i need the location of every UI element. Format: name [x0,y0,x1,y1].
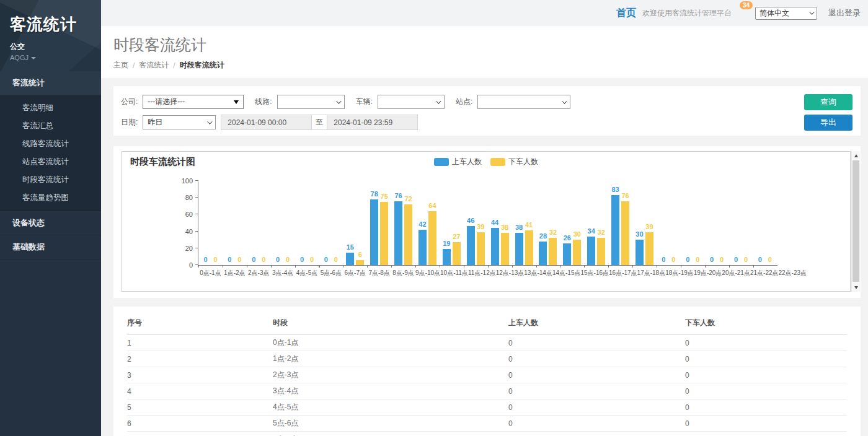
app-window: 客流统计 公交 AQGJ 客流统计客流明细客流汇总线路客流统计站点客流统计时段客… [0,0,868,436]
chart-panel: 时段车流统计图 上车人数下车人数 020406080100 0000000000… [113,146,861,298]
company-code-dropdown[interactable]: AQGJ [10,54,101,61]
bar-value-label: 0 [734,256,738,263]
bar-column: 28 [539,233,547,265]
table-cell: 6点-7点 [273,432,508,436]
table-row: 65点-6点00 [127,416,847,432]
vertical-scrollbar[interactable] [851,151,860,292]
bar-column: 64 [428,203,436,265]
bar-group-20点-21点: 00 [681,256,705,265]
table-cell: 0 [685,367,847,383]
bar-上车人数 [418,230,427,265]
bar-value-label: 78 [371,191,378,198]
bar-column: 76 [621,193,629,265]
main-area: 首页 欢迎使用客流统计管理平台 34 简体中文 退出登录 时段客流统计 主页 /… [101,0,868,436]
bar-value-label: 0 [203,256,207,263]
table-cell: 0 [508,383,685,399]
app-logo-title: 客流统计 [10,14,101,35]
breadcrumb: 主页 / 客流统计 / 时段客流统计 [113,60,868,71]
bar-上车人数 [563,243,571,265]
company-label: 公司: [121,97,138,107]
filter-panel: 公司: ---请选择--- 线路: 车辆: 站点: [113,86,861,136]
language-value: 简体中文 [760,8,789,19]
table-cell: 0 [685,383,847,399]
legend-item-上车人数[interactable]: 上车人数 [434,157,482,167]
bar-value-label: 0 [710,256,714,263]
bar-group-7点-8点: 7875 [367,191,391,265]
breadcrumb-home[interactable]: 主页 [113,60,128,71]
bar-column: 0 [732,256,740,265]
company-select[interactable]: ---请选择--- [143,95,244,109]
submenu-item-站点客流统计[interactable]: 站点客流统计 [0,153,101,171]
bar-value-label: 0 [276,256,280,263]
chevron-down-icon [208,119,213,124]
bar-下车人数 [645,232,653,265]
bar-column: 32 [597,229,605,265]
filter-row-1: 公司: ---请选择--- 线路: 车辆: 站点: [121,94,861,110]
bar-group-14点-15点: 2832 [536,229,560,265]
logout-link[interactable]: 退出登录 [828,7,861,19]
bar-column: 83 [611,186,619,265]
sidebar-menu: 客流统计客流明细客流汇总线路客流统计站点客流统计时段客流统计客流量趋势图设备状态… [0,71,101,259]
x-tick-label: 15点-16点 [580,269,609,277]
x-tick-label: 18点-19点 [665,269,694,277]
bar-column: 0 [766,256,774,265]
bar-value-label: 39 [645,224,653,230]
bar-column: 26 [563,235,571,265]
breadcrumb-section[interactable]: 客流统计 [139,60,169,71]
date-end-input[interactable]: 2024-01-09 23:59 [327,115,417,129]
bar-value-label: 44 [491,219,498,226]
bar-column: 0 [332,256,340,265]
home-link[interactable]: 首页 [616,7,636,20]
bar-group-13点-14点: 3841 [512,222,536,265]
table-cell: 5 [127,399,273,416]
bar-上车人数 [467,226,475,265]
scrollbar-thumb[interactable] [852,160,859,282]
bar-group-0点-1点: 00 [198,256,223,265]
sidebar-item-设备状态[interactable]: 设备状态 [0,211,101,235]
bar-上车人数 [491,228,499,265]
date-preset-select[interactable]: 昨日 [143,115,216,129]
vehicle-label: 车辆: [356,97,373,107]
station-select[interactable] [477,95,570,109]
bar-下车人数 [597,238,605,265]
bar-value-label: 19 [443,240,450,247]
language-select[interactable]: 简体中文 [755,7,817,20]
date-preset-value: 昨日 [148,117,162,128]
line-select[interactable] [277,95,345,109]
bar-column: 0 [226,256,234,265]
submenu-item-客流汇总[interactable]: 客流汇总 [0,117,101,135]
table-row: 10点-1点00 [127,335,847,351]
vehicle-select[interactable] [378,95,445,109]
date-start-input[interactable]: 2024-01-09 00:00 [221,115,311,129]
sidebar-item-客流统计[interactable]: 客流统计 [0,71,101,95]
breadcrumb-current: 时段客流统计 [180,60,224,71]
table-cell: 0 [508,351,685,367]
bar-column: 41 [525,222,533,265]
bar-column: 0 [708,256,716,265]
x-axis-ticks [198,265,777,268]
notification-badge[interactable]: 34 [740,1,753,9]
bar-value-label: 26 [564,235,571,242]
scroll-up-icon[interactable] [852,151,860,160]
x-tick-label: 16点-17点 [609,269,637,277]
sidebar-item-基础数据[interactable]: 基础数据 [0,235,101,259]
export-button[interactable]: 导出 [804,115,852,131]
bar-column: 0 [260,256,268,265]
date-separator-label: 至 [311,115,327,129]
x-axis-labels: 0点-1点1点-2点2点-3点3点-4点4点-5点5点-6点6点-7点7点-8点… [198,269,831,277]
legend-item-下车人数[interactable]: 下车人数 [490,157,538,167]
bar-column: 0 [236,256,244,265]
bar-column: 0 [211,256,219,265]
bar-column: 42 [418,221,427,265]
content: 公司: ---请选择--- 线路: 车辆: 站点: [101,78,868,436]
submenu-item-时段客流统计[interactable]: 时段客流统计 [0,171,101,189]
submenu-item-客流明细[interactable]: 客流明细 [0,99,101,117]
bar-group-11点-12点: 4639 [464,217,488,265]
bar-column: 39 [477,224,485,265]
bar-上车人数 [611,195,619,265]
query-button[interactable]: 查询 [804,94,852,110]
bar-上车人数 [443,249,451,265]
scroll-down-icon[interactable] [852,283,860,292]
submenu-item-客流量趋势图[interactable]: 客流量趋势图 [0,189,101,207]
submenu-item-线路客流统计[interactable]: 线路客流统计 [0,135,101,153]
